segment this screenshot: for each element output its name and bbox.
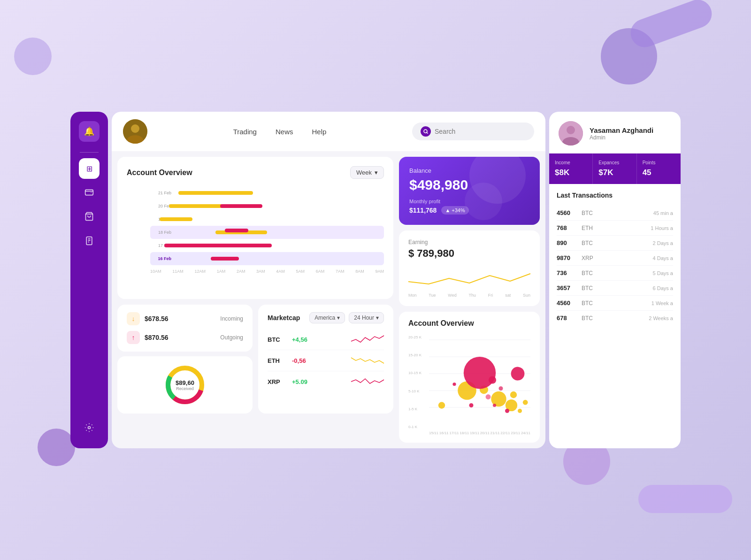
outgoing-label: Outgoing bbox=[220, 334, 243, 341]
nav-help[interactable]: Help bbox=[312, 128, 326, 136]
account-overview-title: Account Overview bbox=[127, 169, 192, 177]
xrp-change: +5.09 bbox=[292, 378, 345, 385]
tx-coin-5: BTC bbox=[582, 270, 649, 276]
sidebar-item-reports[interactable] bbox=[79, 231, 100, 252]
stats-grid: Income $8K Expances $7K Points 45 bbox=[549, 153, 681, 184]
chevron-down-icon: ▾ bbox=[376, 315, 379, 321]
tx-time-5: 5 Days a bbox=[653, 270, 673, 276]
gantt-chart: 21 Feb 20 Feb bbox=[127, 186, 384, 290]
expances-value: $7K bbox=[598, 168, 630, 177]
tx-time-6: 6 Days a bbox=[653, 285, 673, 291]
points-value: 45 bbox=[643, 168, 675, 177]
tx-row-2: 768 ETH 1 Hours a bbox=[557, 221, 673, 236]
sidebar-divider bbox=[80, 152, 99, 153]
right-avatar bbox=[559, 121, 583, 146]
week-selector[interactable]: Week ▾ bbox=[350, 166, 384, 179]
region-filter[interactable]: America ▾ bbox=[309, 312, 345, 323]
tx-amount-6: 3657 bbox=[557, 284, 578, 292]
tx-time-7: 1 Week a bbox=[651, 300, 673, 306]
svg-point-35 bbox=[493, 404, 496, 407]
settings-icon bbox=[84, 423, 94, 435]
svg-point-21 bbox=[438, 402, 445, 408]
dashboard-icon: ⊞ bbox=[86, 164, 92, 173]
svg-rect-0 bbox=[85, 190, 93, 195]
avatar bbox=[123, 119, 147, 144]
chart-days: Mon Tue Wed Thu Fri sat Sun bbox=[408, 293, 530, 298]
market-header: Marketcap America ▾ 24 Hour ▾ bbox=[268, 312, 384, 323]
market-filters: America ▾ 24 Hour ▾ bbox=[309, 312, 384, 323]
period-filter[interactable]: 24 Hour ▾ bbox=[349, 312, 384, 323]
sidebar-item-bell[interactable]: 🔔 bbox=[79, 121, 100, 142]
earning-card: Earning $ 789,980 Mon Tue Wed Thu Fri sa… bbox=[399, 230, 540, 306]
tx-time-1: 45 min a bbox=[653, 210, 673, 216]
account-overview-header: Account Overview Week ▾ bbox=[127, 166, 384, 179]
eth-change: -0,56 bbox=[292, 357, 345, 364]
nav-links: Trading News Help bbox=[157, 128, 403, 136]
incoming-label: Incoming bbox=[220, 315, 243, 322]
svg-point-36 bbox=[499, 386, 503, 391]
nav-news[interactable]: News bbox=[276, 128, 293, 136]
chevron-down-icon: ▾ bbox=[375, 169, 378, 176]
earning-chart bbox=[408, 265, 530, 291]
points-stat: Points 45 bbox=[637, 153, 681, 184]
account-overview-card: Account Overview Week ▾ 21 Feb bbox=[117, 157, 393, 299]
tx-time-4: 4 Days a bbox=[653, 255, 673, 261]
tx-amount-4: 9870 bbox=[557, 254, 578, 261]
transactions-section: Last Transactions 4560 BTC 45 min a 768 … bbox=[549, 184, 681, 448]
donut-card: $89,60 Received bbox=[117, 356, 253, 414]
chevron-down-icon: ▾ bbox=[337, 315, 340, 321]
nav-trading[interactable]: Trading bbox=[233, 128, 257, 136]
search-input[interactable] bbox=[435, 128, 526, 135]
gantt-row-21feb: 21 Feb bbox=[150, 186, 384, 199]
marketcap-section: Marketcap America ▾ 24 Hour ▾ bbox=[258, 305, 393, 414]
right-column: Balance $498,980 Monthly profit $111,768… bbox=[399, 157, 540, 443]
tx-row-1: 4560 BTC 45 min a bbox=[557, 206, 673, 221]
shop-icon bbox=[84, 212, 94, 223]
tx-amount-3: 890 bbox=[557, 239, 578, 246]
tx-row-7: 4560 BTC 1 Week a bbox=[557, 296, 673, 311]
income-label: Income bbox=[555, 160, 587, 165]
svg-point-28 bbox=[518, 409, 522, 413]
left-column: Account Overview Week ▾ 21 Feb bbox=[117, 157, 393, 443]
monthly-profit-row: $111,768 ▲ +34% bbox=[409, 206, 529, 215]
earning-amount: $ 789,980 bbox=[408, 247, 530, 260]
tx-amount-1: 4560 bbox=[557, 209, 578, 216]
coin-eth: ETH bbox=[268, 357, 286, 364]
tx-row-6: 3657 BTC 6 Days a bbox=[557, 281, 673, 296]
tx-amount-7: 4560 bbox=[557, 299, 578, 307]
search-bar bbox=[412, 123, 534, 140]
outgoing-item: ↑ $870.56 Outgoing bbox=[127, 331, 243, 344]
sidebar-item-dashboard[interactable]: ⊞ bbox=[79, 158, 100, 179]
content-grid: Account Overview Week ▾ 21 Feb bbox=[112, 151, 545, 448]
tx-amount-2: 768 bbox=[557, 224, 578, 231]
sidebar-item-shop[interactable] bbox=[79, 207, 100, 228]
gantt-row-19feb: 19 Feb bbox=[150, 213, 384, 226]
bubble-area bbox=[429, 335, 530, 429]
income-value: $8K bbox=[555, 168, 587, 177]
coin-xrp: XRP bbox=[268, 378, 286, 385]
svg-point-32 bbox=[489, 376, 496, 384]
incoming-amount: $678.56 bbox=[145, 315, 169, 322]
gantt-row-16feb: 16 Feb bbox=[150, 252, 384, 265]
transactions-title: Last Transactions bbox=[557, 192, 673, 199]
market-row-eth: ETH -0,56 bbox=[268, 350, 384, 371]
bubble-chart-header: Account Overview bbox=[408, 319, 530, 328]
points-label: Points bbox=[643, 160, 675, 165]
tx-row-3: 890 BTC 2 Days a bbox=[557, 236, 673, 251]
svg-point-25 bbox=[510, 391, 517, 398]
sidebar-item-settings[interactable] bbox=[79, 418, 100, 439]
sidebar-item-wallet[interactable] bbox=[79, 183, 100, 203]
svg-line-11 bbox=[427, 132, 428, 134]
outgoing-amount: $870.56 bbox=[145, 334, 169, 341]
xrp-sparkline bbox=[351, 375, 384, 388]
tx-coin-3: BTC bbox=[582, 240, 649, 246]
svg-point-8 bbox=[131, 124, 139, 133]
svg-point-27 bbox=[523, 400, 528, 405]
tx-coin-8: BTC bbox=[582, 315, 645, 322]
svg-point-29 bbox=[452, 383, 456, 386]
market-row-btc: BTC +4,56 bbox=[268, 329, 384, 350]
tx-coin-4: XRP bbox=[582, 255, 649, 261]
tx-coin-2: ETH bbox=[582, 225, 647, 231]
tx-coin-1: BTC bbox=[582, 210, 650, 216]
right-panel: Yasaman Azghandi Admin Income $8K Expanc… bbox=[549, 112, 681, 448]
